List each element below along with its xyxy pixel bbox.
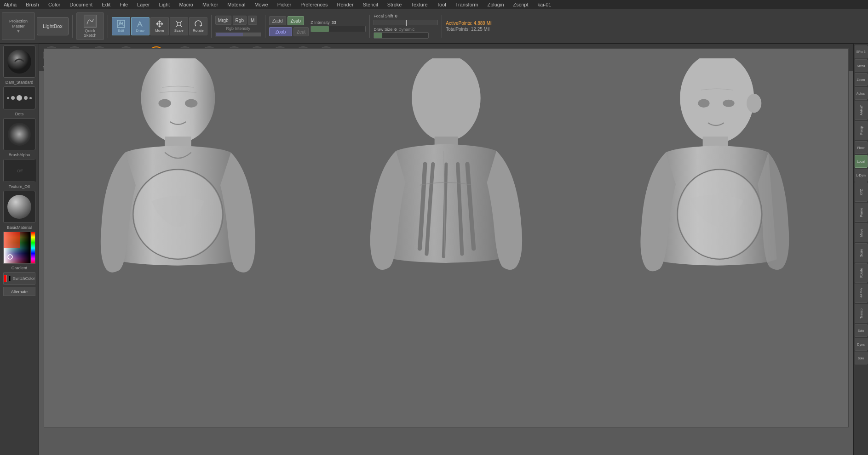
scale-right-button[interactable]: Scale bbox=[855, 243, 868, 262]
focal-shift-slider[interactable] bbox=[374, 20, 438, 25]
persp-button[interactable]: Persp bbox=[855, 121, 868, 140]
rgb-button[interactable]: Rgb bbox=[233, 16, 247, 25]
draw-label: Draw bbox=[136, 28, 144, 33]
mrgb-button[interactable]: Mrgb bbox=[215, 16, 231, 25]
menu-render[interactable]: Render bbox=[335, 1, 356, 8]
zoob-button[interactable]: Zoob bbox=[269, 27, 292, 36]
move-right-button[interactable]: Move bbox=[855, 223, 868, 242]
menu-edit[interactable]: Edit bbox=[100, 1, 112, 8]
frame-button[interactable]: Frame bbox=[855, 203, 868, 222]
solo-button[interactable]: Solo bbox=[855, 324, 868, 337]
actual-button[interactable]: Actual bbox=[855, 87, 868, 100]
projection-master-label: ProjectionMaster bbox=[9, 19, 28, 29]
menu-alpha[interactable]: Alpha bbox=[2, 1, 18, 8]
draw-size-slider[interactable] bbox=[374, 32, 429, 39]
xyz-button[interactable]: XYZ bbox=[855, 182, 868, 202]
solo2-button[interactable]: Solo bbox=[855, 352, 868, 364]
material-sphere[interactable] bbox=[3, 191, 35, 223]
ldym-button[interactable]: L-Dym bbox=[855, 169, 868, 182]
menu-stroke[interactable]: Stroke bbox=[385, 1, 404, 8]
menu-movie[interactable]: Movie bbox=[253, 1, 270, 8]
side-view bbox=[580, 49, 848, 427]
color-picker[interactable] bbox=[3, 232, 35, 264]
right-panel: SPix 3 Scroll Zoom Actual AAHalf Persp F… bbox=[853, 44, 868, 455]
3d-viewport[interactable] bbox=[44, 48, 849, 427]
focal-draw-group: Focal Shift 0 Draw Size 6 Dynamic bbox=[374, 14, 438, 39]
menu-stencil[interactable]: Stencil bbox=[361, 1, 380, 8]
texture-label: Texture_Off bbox=[9, 184, 30, 189]
menu-kai01[interactable]: kai-01 bbox=[536, 1, 553, 8]
texture-preview[interactable]: Off bbox=[3, 159, 35, 182]
svg-point-25 bbox=[698, 99, 709, 107]
rotate-label: Rotate bbox=[193, 28, 204, 33]
menu-file[interactable]: File bbox=[118, 1, 130, 8]
separator-2 bbox=[108, 15, 108, 38]
svg-point-18 bbox=[412, 58, 480, 142]
brush-name-label: Dam_Standard bbox=[6, 80, 34, 85]
zsub-button[interactable]: Zsub bbox=[287, 16, 304, 25]
projection-arrow-icon: ▼ bbox=[16, 28, 21, 34]
projection-master-button[interactable]: ProjectionMaster ▼ bbox=[2, 12, 35, 40]
sub-color-swatch bbox=[9, 276, 11, 281]
menu-transform[interactable]: Transform bbox=[454, 1, 480, 8]
svg-rect-2 bbox=[178, 23, 180, 25]
rgb-intensity-slider[interactable] bbox=[215, 32, 261, 37]
canvas-background: Standard Move bbox=[39, 44, 853, 455]
scale-label: Scale bbox=[174, 28, 184, 33]
rotate-right-button[interactable]: Rotate bbox=[855, 263, 868, 283]
toolbar: ProjectionMaster ▼ LightBox QuickSketch … bbox=[0, 9, 868, 44]
front-view bbox=[44, 49, 312, 427]
menu-brush[interactable]: Brush bbox=[24, 1, 41, 8]
aahalf-button[interactable]: AAHalf bbox=[855, 101, 868, 120]
total-points-label: TotalPoints: bbox=[446, 27, 470, 32]
scale-button[interactable]: Scale bbox=[170, 17, 188, 35]
switch-color-label: SwitchColor bbox=[13, 276, 35, 281]
z-intensity-group: Z Intensity 33 bbox=[310, 20, 366, 32]
menu-document[interactable]: Document bbox=[68, 1, 94, 8]
dots-preview[interactable] bbox=[3, 86, 35, 109]
floor-button[interactable]: Floor bbox=[855, 141, 868, 154]
dyna-button[interactable]: Dyna bbox=[855, 338, 868, 351]
zadd-button[interactable]: Zadd bbox=[269, 16, 286, 25]
z-intensity-label: Z Intensity bbox=[310, 20, 330, 25]
menu-macro[interactable]: Macro bbox=[177, 1, 195, 8]
menu-color[interactable]: Color bbox=[46, 1, 62, 8]
focal-shift-label: Focal Shift bbox=[374, 14, 393, 18]
brush-alpha-preview[interactable] bbox=[3, 118, 35, 150]
spix-button[interactable]: SPix 3 bbox=[855, 46, 868, 58]
menu-preferences[interactable]: Preferences bbox=[299, 1, 329, 8]
menu-light[interactable]: Light bbox=[157, 1, 172, 8]
upf-poly-button[interactable]: Upf Poly bbox=[855, 284, 868, 303]
menu-texture[interactable]: Texture bbox=[409, 1, 429, 8]
menu-zplugin[interactable]: Zplugin bbox=[485, 1, 506, 8]
z-intensity-slider[interactable] bbox=[310, 26, 366, 32]
svg-rect-10 bbox=[4, 232, 20, 248]
menu-zscript[interactable]: Zscript bbox=[512, 1, 530, 8]
canvas-area[interactable]: Standard Move bbox=[39, 44, 853, 455]
menu-picker[interactable]: Picker bbox=[276, 1, 293, 8]
back-view bbox=[312, 49, 581, 427]
move-button[interactable]: Move bbox=[150, 17, 169, 35]
transp-button[interactable]: Transp bbox=[855, 304, 868, 323]
lightbox-button[interactable]: LightBox bbox=[37, 17, 69, 35]
draw-button[interactable]: Draw bbox=[131, 17, 149, 35]
main-color-swatch bbox=[4, 275, 7, 282]
alternate-button[interactable]: Alternate bbox=[3, 287, 35, 296]
edit-button[interactable]: Edit bbox=[112, 17, 130, 35]
dynamic-label: Dynamic bbox=[398, 27, 414, 32]
scroll-button[interactable]: Scroll bbox=[855, 59, 868, 72]
menu-tool[interactable]: Tool bbox=[435, 1, 448, 8]
menu-marker[interactable]: Marker bbox=[201, 1, 220, 8]
menu-material[interactable]: Material bbox=[225, 1, 247, 8]
local-button[interactable]: Local bbox=[855, 155, 868, 168]
separator-4 bbox=[265, 15, 265, 38]
menu-layer[interactable]: Layer bbox=[135, 1, 152, 8]
quick-sketch-button[interactable]: QuickSketch bbox=[76, 12, 104, 40]
gradient-label: Gradient bbox=[11, 266, 28, 270]
zoom-button[interactable]: Zoom bbox=[855, 73, 868, 86]
rotate-button[interactable]: Rotate bbox=[189, 17, 207, 35]
m-button[interactable]: M bbox=[248, 16, 257, 25]
zcut-button[interactable]: Zcut bbox=[293, 27, 309, 36]
brush-preview[interactable] bbox=[3, 46, 35, 78]
switch-color-button[interactable]: SwitchColor bbox=[3, 272, 35, 285]
